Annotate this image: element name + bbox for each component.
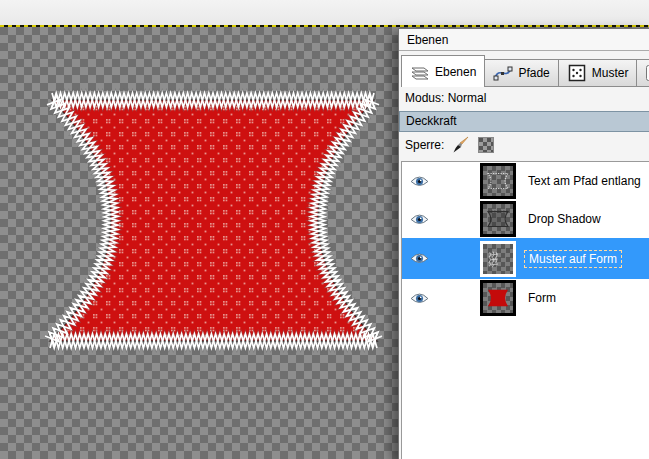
tab-label: Ebenen <box>435 65 476 79</box>
layer-row-form[interactable]: Form <box>402 279 649 317</box>
layer-thumbnail[interactable] <box>480 280 516 316</box>
dialog-title: Ebenen <box>399 29 649 51</box>
layer-name[interactable]: Drop Shadow <box>524 211 605 227</box>
layer-name[interactable]: Form <box>524 290 560 306</box>
pattern-icon <box>567 64 587 82</box>
layers-icon <box>410 63 430 81</box>
tab-muster[interactable]: Muster <box>558 59 638 87</box>
tab-label: Pfade <box>518 66 549 80</box>
layer-thumbnail[interactable] <box>480 163 516 199</box>
visibility-eye-icon[interactable] <box>402 213 436 226</box>
layer-row-drop-shadow[interactable]: Drop Shadow <box>402 200 649 238</box>
paths-icon <box>493 64 513 82</box>
layer-row-text-am-pfad[interactable]: Text am Pfad entlang <box>402 162 649 200</box>
layer-list: Text am Pfad entlang Drop Shadow <box>401 161 649 459</box>
lock-row: Sperre: <box>399 132 649 158</box>
layer-thumbnail[interactable] <box>480 201 516 237</box>
blend-mode-row[interactable]: Modus: Normal <box>399 87 649 109</box>
layers-dialog: Ebenen Ebenen Pfade <box>398 28 649 459</box>
tab-pfade[interactable]: Pfade <box>484 59 558 87</box>
dockable-tabbar: Ebenen Pfade Muster <box>399 51 649 87</box>
layer-thumbnail[interactable] <box>480 241 516 277</box>
lock-label: Sperre: <box>405 138 444 152</box>
opacity-slider[interactable]: Deckkraft <box>399 111 649 132</box>
tools-icon <box>645 64 649 82</box>
layer-name[interactable]: Text am Pfad entlang <box>524 173 645 189</box>
visibility-eye-icon[interactable] <box>402 252 436 265</box>
paintbrush-icon[interactable] <box>452 136 470 154</box>
tab-werkzeug[interactable]: Werkzeug <box>636 59 649 87</box>
layer-name[interactable]: Muster auf Form <box>524 250 622 268</box>
tab-label: Muster <box>592 66 629 80</box>
visibility-eye-icon[interactable] <box>402 175 436 188</box>
lock-alpha-icon[interactable] <box>478 137 494 153</box>
visibility-eye-icon[interactable] <box>402 292 436 305</box>
layer-row-muster-auf-form[interactable]: Muster auf Form <box>402 238 649 279</box>
tab-ebenen[interactable]: Ebenen <box>401 55 485 87</box>
